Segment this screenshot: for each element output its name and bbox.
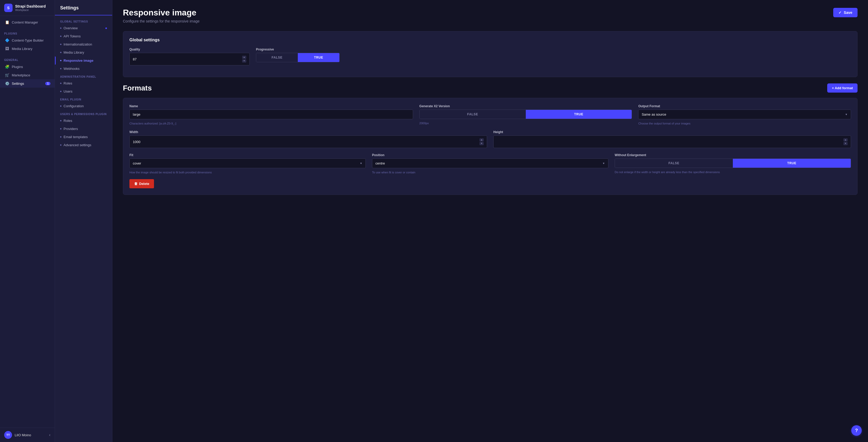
page-subtitle: Configure the settings for the responsiv… xyxy=(123,19,199,23)
save-button[interactable]: ✓ Save xyxy=(833,8,858,17)
height-increment[interactable]: ▲ xyxy=(843,138,847,142)
quality-input-wrapper: ▲ ▼ xyxy=(129,53,250,65)
nav-dot-users xyxy=(60,91,61,92)
width-group: Width ▲ ▼ xyxy=(129,130,487,148)
content-type-builder-icon: 🔷 xyxy=(5,38,9,42)
quality-increment[interactable]: ▲ xyxy=(242,56,246,59)
generate-true-button[interactable]: TRUE xyxy=(526,110,632,119)
output-format-select[interactable]: Same as source ▼ xyxy=(638,110,851,119)
name-group: Name Characters authorized: [a-zA-Z0-9_-… xyxy=(129,105,413,125)
quality-label: Quality xyxy=(129,48,250,51)
sidebar-item-content-manager[interactable]: 📋 Content Manager xyxy=(0,18,55,26)
page-title: Responsive image xyxy=(123,8,199,18)
sidebar-item-settings[interactable]: ⚙️ Settings 1 xyxy=(0,79,55,88)
nav-item-configuration[interactable]: Configuration xyxy=(55,102,112,110)
format-row-1: Name Characters authorized: [a-zA-Z0-9_-… xyxy=(129,105,851,125)
sidebar-item-marketplace[interactable]: 🛒 Marketplace xyxy=(0,71,55,79)
format-row-2: Width ▲ ▼ Height ▲ ▼ xyxy=(129,130,851,148)
nav-section-global-settings: Global Settings xyxy=(55,18,112,24)
nav-item-media-library[interactable]: Media Library xyxy=(55,49,112,57)
progressive-group: Progressive FALSE TRUE xyxy=(256,48,340,65)
nav-dot-roles xyxy=(60,83,61,84)
content-manager-icon: 📋 xyxy=(5,20,9,24)
general-section-label: General xyxy=(0,57,55,62)
nav-section-admin-panel: Administration Panel xyxy=(55,73,112,79)
page-header: Responsive image Configure the settings … xyxy=(123,8,858,23)
generate-x2-toggle-group: FALSE TRUE xyxy=(420,110,632,119)
height-input[interactable] xyxy=(497,140,843,144)
help-button[interactable]: ? xyxy=(851,425,862,436)
nav-section-email-plugin: Email Plugin xyxy=(55,95,112,102)
height-decrement[interactable]: ▼ xyxy=(843,142,847,145)
fit-label: Fit xyxy=(129,153,366,157)
width-decrement[interactable]: ▼ xyxy=(479,142,484,145)
nav-dot-internationalization xyxy=(60,44,61,45)
format-card-large: Name Characters authorized: [a-zA-Z0-9_-… xyxy=(123,98,858,195)
page-title-block: Responsive image Configure the settings … xyxy=(123,8,199,23)
format-row-3: Fit cover ▼ How the image should be resi… xyxy=(129,153,851,174)
without-enlargement-hint: Do not enlarge if the width or height ar… xyxy=(615,171,851,174)
nav-item-api-tokens[interactable]: API Tokens xyxy=(55,32,112,40)
width-input-wrapper: ▲ ▼ xyxy=(129,136,487,148)
name-input-wrapper xyxy=(129,110,413,119)
px-hint: 2000px xyxy=(420,122,632,125)
nav-dot-providers xyxy=(60,128,61,129)
nav-item-internationalization[interactable]: Internationalization xyxy=(55,40,112,49)
app-logo: S xyxy=(4,4,12,12)
fit-hint: How the image should be resized to fit b… xyxy=(129,171,366,174)
width-increment[interactable]: ▲ xyxy=(479,138,484,142)
fit-arrow-icon: ▼ xyxy=(360,162,362,165)
nav-item-webhooks[interactable]: Webhooks xyxy=(55,65,112,73)
quality-spinner: ▲ ▼ xyxy=(242,56,246,62)
nav-dot-media-library xyxy=(60,52,61,53)
generate-false-button[interactable]: FALSE xyxy=(420,110,526,119)
collapse-sidebar-button[interactable]: ‹ xyxy=(49,433,51,437)
width-spinner: ▲ ▼ xyxy=(479,138,484,145)
delete-button[interactable]: 🗑 Delete xyxy=(129,179,154,188)
nav-item-users[interactable]: Users xyxy=(55,87,112,95)
nav-item-roles[interactable]: Roles xyxy=(55,79,112,87)
global-settings-card: Global settings Quality ▲ ▼ Progressive … xyxy=(123,31,858,77)
progressive-false-button[interactable]: FALSE xyxy=(256,53,298,62)
nav-item-advanced-settings[interactable]: Advanced settings xyxy=(55,141,112,149)
position-arrow-icon: ▼ xyxy=(602,162,605,165)
nav-item-overview[interactable]: Overview xyxy=(55,24,112,32)
app-name: Strapi Dashboard xyxy=(15,4,46,8)
fit-select[interactable]: cover ▼ xyxy=(129,158,366,168)
sidebar-footer: TT LiIO Moino ‹ xyxy=(0,428,55,442)
quality-input[interactable] xyxy=(133,57,242,61)
sidebar: S Strapi Dashboard Workplace 📋 Content M… xyxy=(0,0,55,442)
position-group: Position centre ▼ To use when fit is cov… xyxy=(372,153,609,174)
sidebar-item-plugins[interactable]: 🧩 Plugins xyxy=(0,62,55,71)
position-label: Position xyxy=(372,153,609,157)
quality-decrement[interactable]: ▼ xyxy=(242,59,246,62)
without-enlargement-toggle-group: FALSE TRUE xyxy=(615,158,851,168)
without-enlargement-false-button[interactable]: FALSE xyxy=(615,159,733,168)
progressive-true-button[interactable]: TRUE xyxy=(298,53,339,62)
nav-item-responsive-image[interactable]: Responsive image xyxy=(55,57,112,65)
output-format-group: Output format Same as source ▼ Choose th… xyxy=(638,105,851,125)
add-format-button[interactable]: + Add format xyxy=(827,83,858,93)
nav-dot-api-tokens xyxy=(60,36,61,37)
generate-x2-label: Generate x2 version xyxy=(420,105,632,108)
sidebar-item-media-library[interactable]: 🖼 Media Library xyxy=(0,45,55,53)
global-settings-title: Global settings xyxy=(129,38,851,42)
position-select[interactable]: centre ▼ xyxy=(372,158,609,168)
name-input[interactable] xyxy=(133,113,410,116)
sidebar-section-general: General 🧩 Plugins 🛒 Marketplace ⚙️ Setti… xyxy=(0,55,55,90)
nav-item-email-templates[interactable]: Email templates xyxy=(55,133,112,141)
nav-item-providers[interactable]: Providers xyxy=(55,125,112,133)
without-enlargement-true-button[interactable]: TRUE xyxy=(733,159,851,168)
settings-icon: ⚙️ xyxy=(5,81,9,86)
overview-indicator xyxy=(105,27,107,29)
chars-hint: Characters authorized: [a-zA-Z0-9_-] xyxy=(129,122,413,125)
sidebar-section-main: 📋 Content Manager xyxy=(0,16,55,29)
nav-item-roles-up[interactable]: Roles xyxy=(55,117,112,125)
trash-icon: 🗑 xyxy=(134,182,137,186)
nav-dot-webhooks xyxy=(60,68,61,69)
width-input[interactable] xyxy=(133,140,479,144)
nav-section-users-permissions: Users & Permissions Plugin xyxy=(55,110,112,117)
output-format-label: Output format xyxy=(638,105,851,108)
height-group: Height ▲ ▼ xyxy=(493,130,851,148)
sidebar-item-content-type-builder[interactable]: 🔷 Content-Type Builder xyxy=(0,36,55,45)
